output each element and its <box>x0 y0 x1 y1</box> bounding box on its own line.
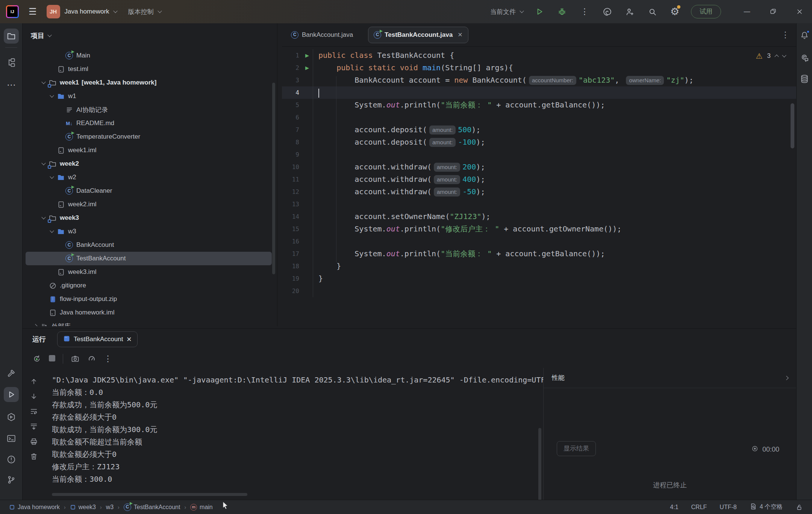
code-line-16[interactable]: 16 <box>282 235 796 248</box>
search-everywhere-icon[interactable] <box>646 5 659 18</box>
project-panel-header[interactable]: 项目 <box>23 23 277 48</box>
lock-widget[interactable] <box>795 503 803 511</box>
tab-options-icon[interactable]: ⋮ <box>781 30 789 40</box>
tree-item-Main[interactable]: CMain <box>23 49 277 62</box>
main-menu-hamburger-icon[interactable]: ☰ <box>26 6 39 17</box>
indent-widget[interactable]: 4 个空格 <box>750 503 783 512</box>
tree-item-.gitignore[interactable]: .gitignore <box>23 279 277 292</box>
tree-item-w1[interactable]: w1 <box>23 89 277 103</box>
structure-tool-button[interactable] <box>4 55 19 70</box>
code-line-12[interactable]: 12 account.withdraw(amount:-50); <box>282 186 796 198</box>
screenshot-button[interactable] <box>71 354 80 363</box>
ai-chat-button[interactable] <box>797 50 812 65</box>
minimize-button[interactable]: — <box>741 5 753 18</box>
run-gutter-icon[interactable]: ▶ <box>301 49 313 62</box>
breadcrumb-TestBankAccount[interactable]: CTestBankAccount <box>124 503 180 511</box>
code-line-20[interactable]: 20 <box>282 285 796 297</box>
line-ending-widget[interactable]: CRLF <box>691 504 707 511</box>
tree-chevron-icon[interactable] <box>50 174 54 178</box>
rerun-button[interactable] <box>32 354 41 363</box>
notifications-bell-button[interactable] <box>797 28 812 43</box>
settings-gear-icon[interactable]: ⚙ <box>668 5 681 18</box>
tree-item-flow-input-output.zip[interactable]: flow-input-output.zip <box>23 292 277 306</box>
tree-item-TestBankAccount[interactable]: CTestBankAccount <box>26 252 272 265</box>
problems-tool-button[interactable] <box>4 452 19 467</box>
close-icon[interactable]: ✕ <box>458 31 462 38</box>
code-line-8[interactable]: 8 account.deposit(amount:-100); <box>282 136 796 148</box>
performance-panel-header[interactable]: 性能 <box>544 368 796 388</box>
tree-item--[interactable]: 外部库 <box>23 319 277 326</box>
down-icon[interactable] <box>30 392 38 401</box>
tree-item-Java-homework.iml[interactable]: Java homework.iml <box>23 306 277 319</box>
build-hammer-tool-button[interactable] <box>4 366 19 381</box>
tree-item-week3[interactable]: week3 <box>23 211 277 225</box>
more-actions-button[interactable]: ⋮ <box>578 5 591 18</box>
tree-item-w2[interactable]: w2 <box>23 171 277 184</box>
trial-button[interactable]: 试用 <box>691 5 721 18</box>
code-line-15[interactable]: 15 System.out.println("修改后户主： " + accoun… <box>282 223 796 235</box>
breadcrumb-main[interactable]: mmain <box>190 504 213 511</box>
run-tab[interactable]: TestBankAccount ✕ <box>57 331 138 347</box>
tree-item-week1.iml[interactable]: week1.iml <box>23 144 277 157</box>
breadcrumb-Java-homework[interactable]: Java homework <box>9 504 60 511</box>
up-icon[interactable] <box>30 377 38 386</box>
code-line-4[interactable]: 4 <box>282 86 796 99</box>
code-with-me-icon[interactable] <box>623 5 636 18</box>
editor-tab-BankAccount.java[interactable]: CBankAccount.java <box>291 31 353 39</box>
tree-item-BankAccount[interactable]: CBankAccount <box>23 238 277 252</box>
profiler-button[interactable] <box>87 354 96 363</box>
scroll-to-end-icon[interactable] <box>30 422 38 431</box>
tree-item-week2[interactable]: week2 <box>23 157 277 171</box>
tree-chevron-icon[interactable] <box>41 215 45 219</box>
database-button[interactable] <box>797 71 812 86</box>
editor-scrollbar[interactable] <box>791 103 794 148</box>
code-line-5[interactable]: 5 System.out.println("当前余额： " + account.… <box>282 99 796 111</box>
more-options-icon[interactable]: ⋮ <box>104 354 112 364</box>
tree-chevron-icon[interactable] <box>50 93 54 97</box>
tree-item-week3.iml[interactable]: week3.iml <box>23 265 277 279</box>
code-editor[interactable]: 1▶public class TestBankAccount {2▶ publi… <box>282 47 796 326</box>
code-line-18[interactable]: 18 } <box>282 260 796 272</box>
run-button[interactable] <box>533 5 546 18</box>
run-configuration-selector[interactable]: 当前文件 <box>490 8 523 16</box>
git-branch-tool-button[interactable] <box>4 472 19 487</box>
restore-button[interactable] <box>767 5 780 18</box>
close-button[interactable] <box>793 5 806 18</box>
tree-chevron-icon[interactable] <box>33 324 37 326</box>
editor-tab-TestBankAccount.java[interactable]: CTestBankAccount.java✕ <box>368 27 468 43</box>
tree-item-AI-[interactable]: AI协助记录 <box>23 103 277 116</box>
project-folder-tool-button[interactable] <box>4 29 19 44</box>
stop-button[interactable] <box>49 355 55 363</box>
tree-chevron-icon[interactable] <box>50 228 54 233</box>
run-tool-button[interactable] <box>4 387 19 402</box>
print-icon[interactable] <box>30 437 38 446</box>
caret-position-widget[interactable]: 4:1 <box>670 504 678 511</box>
tree-chevron-icon[interactable] <box>41 80 45 84</box>
code-line-7[interactable]: 7 account.deposit(amount:500); <box>282 124 796 136</box>
code-line-11[interactable]: 11 account.withdraw(amount:400); <box>282 173 796 186</box>
code-line-14[interactable]: 14 account.setOwnerName("ZJ123"); <box>282 210 796 223</box>
tree-item-README.md[interactable]: M↓README.md <box>23 116 277 130</box>
tree-item-week2.iml[interactable]: week2.iml <box>23 198 277 211</box>
tree-item-test.iml[interactable]: test.iml <box>23 62 277 76</box>
breadcrumb-week3[interactable]: week3 <box>70 504 96 511</box>
tree-item-DataCleaner[interactable]: CDataCleaner <box>23 184 277 198</box>
inspections-widget[interactable]: ⚠ 3 <box>756 51 786 60</box>
soft-wrap-icon[interactable] <box>30 407 38 416</box>
breadcrumb-w3[interactable]: w3 <box>106 504 114 511</box>
tree-item-week1[interactable]: week1[week1, Java homework] <box>23 76 277 89</box>
code-line-13[interactable]: 13 <box>282 198 796 210</box>
code-line-17[interactable]: 17 System.out.println("当前余额： " + account… <box>282 248 796 260</box>
ai-assistant-icon[interactable] <box>601 5 614 18</box>
more-tool-windows-tool-button[interactable]: ⋯ <box>4 77 19 92</box>
close-icon[interactable]: ✕ <box>126 336 132 343</box>
project-widget[interactable]: JH Java homework <box>47 5 117 18</box>
services-tool-button[interactable] <box>4 410 19 425</box>
console-output[interactable]: "D:\Java JDK25\bin\java.exe" "-javaagent… <box>45 368 543 500</box>
clear-all-icon[interactable] <box>30 452 38 461</box>
code-line-10[interactable]: 10 account.withdraw(amount:200); <box>282 161 796 173</box>
vcs-widget[interactable]: 版本控制 <box>128 8 161 16</box>
project-tree-scrollbar[interactable] <box>272 83 275 274</box>
terminal-tool-button[interactable] <box>4 431 19 446</box>
code-line-2[interactable]: 2▶ public static void main(String[] args… <box>282 62 796 74</box>
